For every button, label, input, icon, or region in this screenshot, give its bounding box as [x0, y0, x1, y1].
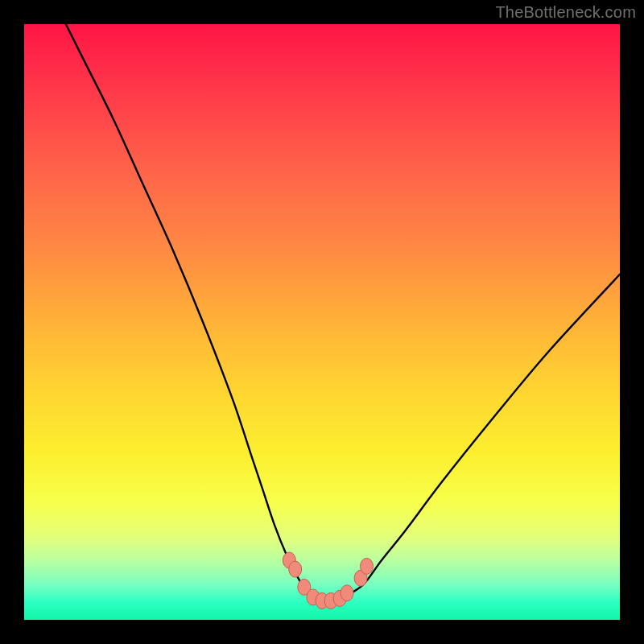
marker-dot — [361, 558, 374, 574]
marker-dot — [341, 585, 353, 601]
marker-dot — [289, 561, 302, 577]
bottleneck-curve — [66, 24, 620, 603]
highlight-markers — [283, 552, 373, 609]
chart-frame: TheBottleneck.com — [0, 0, 644, 644]
watermark-text: TheBottleneck.com — [495, 3, 636, 22]
plot-area — [24, 24, 620, 620]
chart-svg — [24, 24, 620, 620]
